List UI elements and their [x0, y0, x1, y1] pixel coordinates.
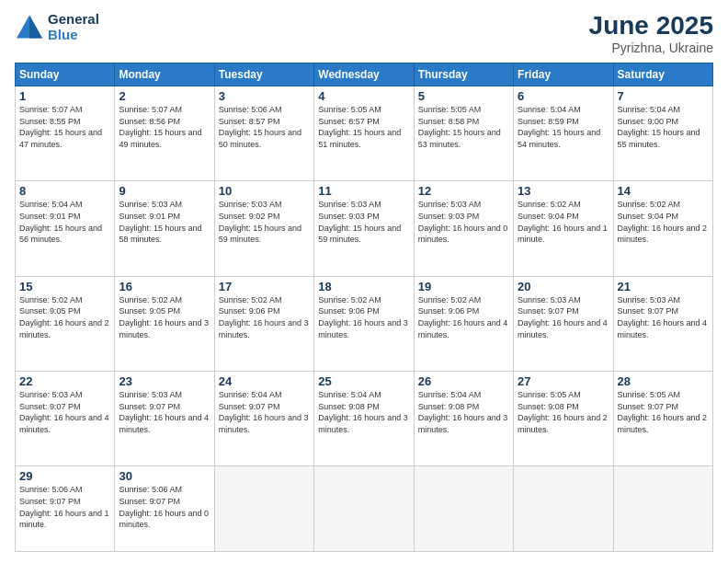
day-number: 4 [318, 89, 409, 103]
day-number: 20 [518, 280, 609, 293]
table-row: 25 Sunrise: 5:04 AMSunset: 9:08 PMDaylig… [314, 372, 414, 466]
table-row [514, 466, 613, 552]
table-row: 7 Sunrise: 5:04 AMSunset: 9:00 PMDayligh… [613, 86, 712, 181]
day-number: 27 [518, 374, 609, 388]
day-info: Sunrise: 5:07 AMSunset: 8:56 PMDaylight:… [119, 104, 210, 150]
svg-marker-1 [29, 16, 42, 39]
table-row: 15 Sunrise: 5:02 AMSunset: 9:05 PMDaylig… [16, 276, 115, 371]
table-row: 23 Sunrise: 5:03 AMSunset: 9:07 PMDaylig… [115, 372, 214, 466]
day-number: 15 [19, 280, 110, 293]
table-row: 18 Sunrise: 5:02 AMSunset: 9:06 PMDaylig… [314, 276, 414, 371]
day-info: Sunrise: 5:02 AMSunset: 9:04 PMDaylight:… [518, 199, 609, 245]
day-number: 1 [19, 89, 110, 103]
day-info: Sunrise: 5:04 AMSunset: 9:01 PMDaylight:… [19, 199, 110, 245]
day-info: Sunrise: 5:06 AMSunset: 9:07 PMDaylight:… [119, 484, 210, 530]
day-number: 17 [219, 280, 310, 293]
day-number: 22 [19, 374, 110, 388]
logo-icon [15, 14, 44, 40]
day-number: 28 [618, 374, 709, 388]
col-monday: Monday [115, 63, 214, 86]
col-saturday: Saturday [613, 63, 712, 86]
day-number: 6 [518, 89, 609, 103]
header: General Blue June 2025 Pyrizhna, Ukraine [15, 11, 713, 55]
table-row: 22 Sunrise: 5:03 AMSunset: 9:07 PMDaylig… [16, 372, 115, 466]
day-number: 8 [19, 184, 110, 198]
table-row: 3 Sunrise: 5:06 AMSunset: 8:57 PMDayligh… [214, 86, 313, 181]
table-row: 14 Sunrise: 5:02 AMSunset: 9:04 PMDaylig… [613, 181, 712, 276]
table-row [414, 466, 513, 552]
calendar-week-row: 15 Sunrise: 5:02 AMSunset: 9:05 PMDaylig… [16, 276, 713, 371]
day-info: Sunrise: 5:03 AMSunset: 9:07 PMDaylight:… [618, 294, 709, 340]
table-row: 6 Sunrise: 5:04 AMSunset: 8:59 PMDayligh… [514, 86, 613, 181]
day-info: Sunrise: 5:04 AMSunset: 9:07 PMDaylight:… [219, 389, 310, 435]
table-row [613, 466, 712, 552]
day-info: Sunrise: 5:03 AMSunset: 9:02 PMDaylight:… [219, 199, 310, 245]
col-thursday: Thursday [414, 63, 513, 86]
table-row: 27 Sunrise: 5:05 AMSunset: 9:08 PMDaylig… [514, 372, 613, 466]
day-info: Sunrise: 5:02 AMSunset: 9:06 PMDaylight:… [219, 294, 310, 340]
table-row: 5 Sunrise: 5:05 AMSunset: 8:58 PMDayligh… [414, 86, 513, 181]
day-info: Sunrise: 5:06 AMSunset: 9:07 PMDaylight:… [19, 484, 110, 530]
logo: General Blue [15, 11, 99, 42]
location: Pyrizhna, Ukraine [589, 40, 713, 55]
table-row: 2 Sunrise: 5:07 AMSunset: 8:56 PMDayligh… [115, 86, 214, 181]
day-info: Sunrise: 5:04 AMSunset: 9:08 PMDaylight:… [418, 389, 509, 435]
col-tuesday: Tuesday [214, 63, 313, 86]
day-number: 25 [318, 374, 409, 388]
table-row: 28 Sunrise: 5:05 AMSunset: 9:07 PMDaylig… [613, 372, 712, 466]
table-row: 9 Sunrise: 5:03 AMSunset: 9:01 PMDayligh… [115, 181, 214, 276]
table-row: 19 Sunrise: 5:02 AMSunset: 9:06 PMDaylig… [414, 276, 513, 371]
calendar-week-row: 1 Sunrise: 5:07 AMSunset: 8:55 PMDayligh… [16, 86, 713, 181]
col-wednesday: Wednesday [314, 63, 414, 86]
calendar-week-row: 29 Sunrise: 5:06 AMSunset: 9:07 PMDaylig… [16, 466, 713, 552]
table-row: 4 Sunrise: 5:05 AMSunset: 8:57 PMDayligh… [314, 86, 414, 181]
month-year: June 2025 [589, 11, 713, 40]
day-number: 11 [318, 184, 409, 198]
day-info: Sunrise: 5:02 AMSunset: 9:05 PMDaylight:… [119, 294, 210, 340]
day-number: 23 [119, 374, 210, 388]
day-number: 2 [119, 89, 210, 103]
day-number: 19 [418, 280, 509, 293]
day-info: Sunrise: 5:03 AMSunset: 9:03 PMDaylight:… [318, 199, 409, 245]
day-number: 24 [219, 374, 310, 388]
table-row: 20 Sunrise: 5:03 AMSunset: 9:07 PMDaylig… [514, 276, 613, 371]
col-friday: Friday [514, 63, 613, 86]
page: General Blue June 2025 Pyrizhna, Ukraine… [0, 0, 728, 563]
calendar-header-row: Sunday Monday Tuesday Wednesday Thursday… [16, 63, 713, 86]
day-number: 7 [618, 89, 709, 103]
day-info: Sunrise: 5:04 AMSunset: 9:08 PMDaylight:… [318, 389, 409, 435]
table-row: 12 Sunrise: 5:03 AMSunset: 9:03 PMDaylig… [414, 181, 513, 276]
title-block: June 2025 Pyrizhna, Ukraine [589, 11, 713, 55]
day-number: 3 [219, 89, 310, 103]
calendar-week-row: 22 Sunrise: 5:03 AMSunset: 9:07 PMDaylig… [16, 372, 713, 466]
day-info: Sunrise: 5:02 AMSunset: 9:06 PMDaylight:… [418, 294, 509, 340]
table-row: 26 Sunrise: 5:04 AMSunset: 9:08 PMDaylig… [414, 372, 513, 466]
day-info: Sunrise: 5:02 AMSunset: 9:06 PMDaylight:… [318, 294, 409, 340]
table-row [214, 466, 313, 552]
day-info: Sunrise: 5:03 AMSunset: 9:07 PMDaylight:… [19, 389, 110, 435]
day-info: Sunrise: 5:05 AMSunset: 9:08 PMDaylight:… [518, 389, 609, 435]
table-row: 1 Sunrise: 5:07 AMSunset: 8:55 PMDayligh… [16, 86, 115, 181]
day-info: Sunrise: 5:02 AMSunset: 9:04 PMDaylight:… [618, 199, 709, 245]
day-number: 13 [518, 184, 609, 198]
day-info: Sunrise: 5:05 AMSunset: 8:57 PMDaylight:… [318, 104, 409, 150]
table-row: 29 Sunrise: 5:06 AMSunset: 9:07 PMDaylig… [16, 466, 115, 552]
calendar-week-row: 8 Sunrise: 5:04 AMSunset: 9:01 PMDayligh… [16, 181, 713, 276]
day-number: 30 [119, 469, 210, 483]
table-row [314, 466, 414, 552]
col-sunday: Sunday [16, 63, 115, 86]
table-row: 10 Sunrise: 5:03 AMSunset: 9:02 PMDaylig… [214, 181, 313, 276]
day-info: Sunrise: 5:05 AMSunset: 8:58 PMDaylight:… [418, 104, 509, 150]
day-number: 12 [418, 184, 509, 198]
day-info: Sunrise: 5:07 AMSunset: 8:55 PMDaylight:… [19, 104, 110, 150]
day-number: 14 [618, 184, 709, 198]
day-info: Sunrise: 5:02 AMSunset: 9:05 PMDaylight:… [19, 294, 110, 340]
day-number: 26 [418, 374, 509, 388]
day-number: 21 [618, 280, 709, 293]
day-number: 9 [119, 184, 210, 198]
day-info: Sunrise: 5:03 AMSunset: 9:07 PMDaylight:… [119, 389, 210, 435]
day-info: Sunrise: 5:06 AMSunset: 8:57 PMDaylight:… [219, 104, 310, 150]
logo-text: General Blue [48, 11, 99, 42]
day-number: 18 [318, 280, 409, 293]
day-info: Sunrise: 5:04 AMSunset: 8:59 PMDaylight:… [518, 104, 609, 150]
